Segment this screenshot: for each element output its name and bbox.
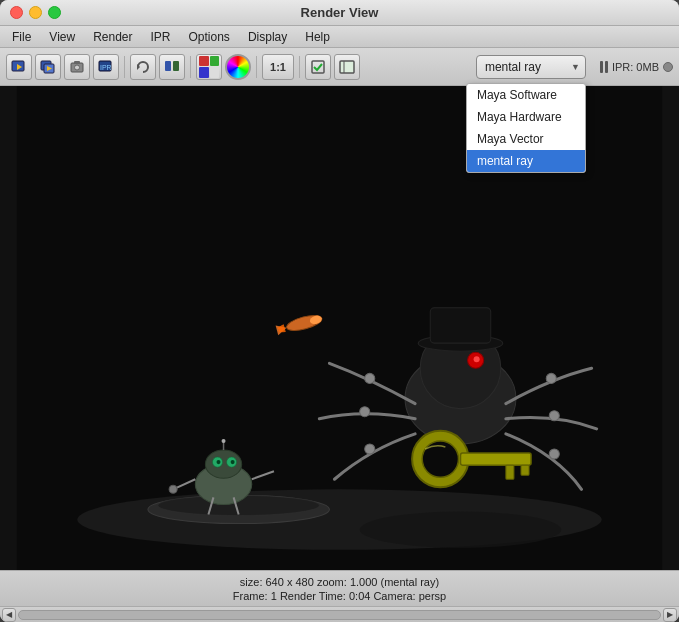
expose-check-button[interactable]	[305, 54, 331, 80]
scroll-track[interactable]	[18, 610, 661, 620]
svg-rect-11	[165, 61, 171, 71]
ipr-render-button[interactable]: IPR	[93, 54, 119, 80]
separator-3	[256, 56, 257, 78]
toolbar: IPR	[0, 48, 679, 86]
svg-rect-7	[74, 61, 80, 64]
svg-point-41	[365, 444, 375, 454]
renderer-dropdown-wrapper: Maya Software Maya Hardware Maya Vector …	[476, 55, 673, 79]
renderer-dropdown-menu: Maya Software Maya Hardware Maya Vector …	[466, 83, 586, 173]
renderer-select-container: Maya Software Maya Hardware Maya Vector …	[476, 55, 586, 79]
close-button[interactable]	[10, 6, 23, 19]
separator-2	[190, 56, 191, 78]
svg-point-27	[222, 439, 226, 443]
menu-view[interactable]: View	[41, 28, 83, 46]
color-channels-button[interactable]	[196, 54, 222, 80]
renderer-select[interactable]: Maya Software Maya Hardware Maya Vector …	[476, 55, 586, 79]
separator-1	[124, 56, 125, 78]
svg-point-36	[474, 356, 480, 362]
render-sequence-button[interactable]	[35, 54, 61, 80]
menu-ipr[interactable]: IPR	[143, 28, 179, 46]
menu-help[interactable]: Help	[297, 28, 338, 46]
display-options-button[interactable]	[334, 54, 360, 80]
render-view-window: Render View File View Render IPR Options…	[0, 0, 679, 622]
svg-point-25	[231, 460, 235, 464]
svg-point-29	[169, 485, 177, 493]
svg-rect-48	[506, 465, 514, 479]
option-maya-vector[interactable]: Maya Vector	[467, 128, 585, 150]
option-maya-software[interactable]: Maya Software	[467, 84, 585, 106]
menu-display[interactable]: Display	[240, 28, 295, 46]
compare-button[interactable]	[159, 54, 185, 80]
svg-rect-38	[430, 308, 491, 343]
ipr-label: IPR: 0MB	[612, 61, 659, 73]
pause-bar-1	[600, 61, 603, 73]
refresh-button[interactable]	[130, 54, 156, 80]
render-still-button[interactable]	[6, 54, 32, 80]
svg-point-24	[216, 460, 220, 464]
svg-point-40	[360, 407, 370, 417]
menu-options[interactable]: Options	[181, 28, 238, 46]
svg-point-42	[546, 373, 556, 383]
option-maya-hardware[interactable]: Maya Hardware	[467, 106, 585, 128]
minimize-button[interactable]	[29, 6, 42, 19]
scroll-right-button[interactable]: ▶	[663, 608, 677, 622]
ipr-status-dot	[663, 62, 673, 72]
ipr-pause-icon	[600, 61, 608, 73]
title-bar: Render View	[0, 0, 679, 26]
svg-point-6	[75, 65, 80, 70]
window-title: Render View	[301, 5, 379, 20]
status-bar: size: 640 x 480 zoom: 1.000 (mental ray)…	[0, 570, 679, 606]
menu-render[interactable]: Render	[85, 28, 140, 46]
snapshot-button[interactable]	[64, 54, 90, 80]
scroll-left-button[interactable]: ◀	[2, 608, 16, 622]
svg-point-39	[365, 373, 375, 383]
svg-rect-12	[173, 61, 179, 71]
svg-point-53	[360, 512, 562, 548]
scrollbar: ◀ ▶	[0, 606, 679, 622]
pause-bar-2	[605, 61, 608, 73]
color-grid	[199, 56, 219, 78]
traffic-lights	[10, 6, 61, 19]
svg-text:IPR: IPR	[100, 64, 112, 71]
menu-file[interactable]: File	[4, 28, 39, 46]
status-line-1: size: 640 x 480 zoom: 1.000 (mental ray)	[240, 576, 439, 588]
color-wheel-button[interactable]	[225, 54, 251, 80]
svg-point-44	[549, 449, 559, 459]
menu-bar: File View Render IPR Options Display Hel…	[0, 26, 679, 48]
status-line-2: Frame: 1 Render Time: 0:04 Camera: persp	[233, 590, 446, 602]
svg-point-43	[549, 411, 559, 421]
maximize-button[interactable]	[48, 6, 61, 19]
separator-4	[299, 56, 300, 78]
option-mental-ray[interactable]: mental ray	[467, 150, 585, 172]
svg-rect-47	[461, 453, 532, 465]
ipr-indicator: IPR: 0MB	[600, 61, 673, 73]
ratio-button[interactable]: 1:1	[262, 54, 294, 80]
svg-rect-13	[312, 61, 324, 73]
svg-rect-49	[521, 465, 529, 475]
svg-rect-14	[340, 61, 354, 73]
